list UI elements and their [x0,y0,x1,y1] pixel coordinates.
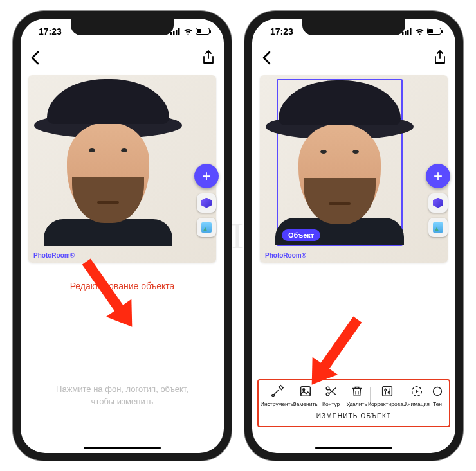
battery-icon [427,28,441,35]
canvas-side-tools: + [426,164,450,237]
share-button[interactable] [434,50,446,66]
subject-image[interactable] [45,79,171,246]
nav-bar [21,44,224,71]
svg-point-15 [388,391,390,393]
brand-label: PhotoRoom® [265,252,306,259]
screen-left: 17:23 [21,19,224,453]
brand-label: PhotoRoom® [33,252,75,259]
tool-adjust[interactable]: Корректирова.. [371,384,404,407]
svg-point-10 [302,388,304,390]
object-layer-button[interactable] [197,193,216,213]
tool-label: Контур [322,401,340,407]
svg-rect-1 [173,31,175,35]
svg-rect-13 [382,386,392,396]
svg-rect-6 [407,30,409,35]
tool-replace[interactable]: Заменить [293,384,318,407]
tool-label: Корректирова.. [368,401,407,407]
hint-line1: Нажмите на фон, логотип, объект, [40,383,205,396]
annotation-arrow [320,316,362,369]
editing-canvas[interactable]: + PhotoRoom® [28,75,216,263]
status-indicators [402,26,441,37]
hint-text: Нажмите на фон, логотип, объект, чтобы и… [21,383,224,408]
phone-left: 17:23 [13,11,232,461]
share-button[interactable] [202,50,215,66]
trash-icon [350,384,364,398]
add-layer-button[interactable]: + [426,164,450,188]
back-button[interactable] [30,51,41,65]
status-time: 17:23 [270,26,293,37]
tool-label: Заменить [293,401,318,407]
annotation-caption: Редактирование объекта [21,281,224,291]
editing-canvas[interactable]: Объект + PhotoRoom® [260,75,448,263]
canvas-area: + PhotoRoom® [21,71,224,263]
nav-bar [252,44,455,71]
background-layer-button[interactable] [428,218,448,237]
edit-object-toolbar: Инструменты Заменить Контур [257,379,450,427]
picture-icon [201,222,212,233]
cube-icon [433,198,443,208]
wifi-icon [183,26,193,37]
sliders-icon [380,384,394,398]
add-layer-button[interactable]: + [194,164,219,188]
status-time: 17:23 [39,26,62,37]
notch [71,19,174,35]
tool-label: Удалить [346,401,367,407]
object-badge: Объект [282,229,320,241]
svg-rect-5 [405,31,407,35]
canvas-side-tools: + [194,164,219,237]
canvas-area: Объект + PhotoRoom® [252,71,455,263]
toolbar-section-title: ИЗМЕНИТЬ ОБЪЕКТ [260,413,448,420]
hint-line2: чтобы изменить [40,395,205,408]
screen-right: 17:23 [252,19,455,453]
svg-rect-2 [176,30,178,35]
svg-rect-0 [170,32,172,35]
wifi-icon [415,26,425,37]
replace-icon [298,384,313,398]
object-layer-button[interactable] [428,193,448,213]
battery-icon [196,28,210,35]
tool-label: Анимация [404,401,430,407]
background-layer-button[interactable] [197,218,216,237]
home-indicator[interactable] [315,447,392,449]
svg-rect-3 [178,28,180,35]
cube-icon [201,198,212,208]
tools-icon [270,384,284,398]
notch [302,19,405,35]
tool-label: Инструменты [261,401,295,407]
tool-animation[interactable]: Анимация [404,384,430,407]
svg-rect-7 [410,28,412,35]
svg-rect-9 [300,386,310,396]
subject-image-selected[interactable]: Объект [277,79,403,246]
tool-instruments[interactable]: Инструменты [262,384,293,407]
svg-rect-4 [402,32,404,35]
svg-point-17 [434,387,442,395]
shadow-icon [430,384,444,398]
animation-icon [410,384,424,398]
picture-icon [433,222,443,233]
back-button[interactable] [261,51,273,65]
home-indicator[interactable] [84,447,161,449]
tool-shadow[interactable]: Тен [430,384,445,407]
phone-right: 17:23 [244,11,463,461]
status-indicators [170,26,210,37]
tool-label: Тен [433,401,442,407]
svg-point-14 [385,389,387,391]
tool-delete[interactable]: Удалить [344,384,370,407]
